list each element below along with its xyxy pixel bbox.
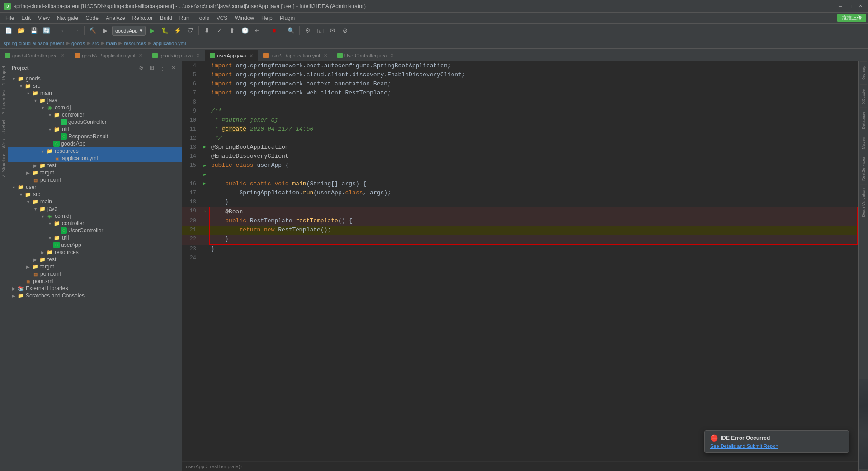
tab-userapp[interactable]: userApp.java ✕ — [205, 50, 258, 61]
left-tool-structure[interactable]: Z: Structure — [0, 151, 7, 180]
right-tool-maven[interactable]: Maven — [860, 133, 867, 153]
tree-goods-pom[interactable]: ▦ pom.xml — [8, 176, 182, 184]
line-gutter-16[interactable]: ▶ — [200, 179, 209, 188]
tab-close-goodscontroller[interactable]: ✕ — [61, 53, 65, 58]
menu-navigate[interactable]: Navigate — [53, 13, 82, 23]
run-button[interactable]: ▶ — [146, 25, 158, 37]
tree-user-main[interactable]: ▾ 📁 main — [8, 198, 182, 205]
right-tool-bean-validation[interactable]: Bean Validation — [860, 184, 867, 220]
line-gutter-13[interactable]: ▶ — [200, 143, 209, 152]
bc-goods[interactable]: goods — [71, 41, 85, 46]
project-panel-gear-button[interactable]: ⚙ — [137, 63, 146, 72]
tree-usercontroller-file[interactable]: C UserController — [8, 227, 182, 234]
debug-button[interactable]: 🐛 — [159, 25, 171, 37]
tab-close-goodsapp[interactable]: ✕ — [196, 53, 200, 58]
bc-src[interactable]: src — [92, 41, 99, 46]
tree-goods-src[interactable]: ▾ 📁 src — [8, 82, 182, 89]
tree-goods-main[interactable]: ▾ 📁 main — [8, 89, 182, 97]
tree-user-controller-folder[interactable]: ▾ 📁 controller — [8, 220, 182, 227]
tab-goods-yml[interactable]: goods\...\application.yml ✕ — [70, 49, 147, 61]
tree-goods-resources-folder[interactable]: ▾ 📁 resources — [8, 147, 182, 155]
tab-close-user-yml[interactable]: ✕ — [324, 53, 327, 58]
tree-user-pom[interactable]: ▦ pom.xml — [8, 270, 182, 278]
bc-resources[interactable]: resources — [124, 41, 146, 46]
tree-user-java[interactable]: ▾ 📁 java — [8, 205, 182, 212]
tree-goods-comdj[interactable]: ▾ ◉ com.dj — [8, 104, 182, 111]
tab-goodsapp[interactable]: goodsApp.java ✕ — [147, 49, 205, 61]
project-panel-layout-button[interactable]: ⊞ — [147, 63, 156, 72]
minimize-button[interactable]: ─ — [836, 2, 844, 10]
menu-tools[interactable]: Tools — [193, 13, 213, 23]
remote-upload-button[interactable]: 拉推上传 — [837, 14, 866, 22]
menu-code[interactable]: Code — [82, 13, 102, 23]
project-panel-settings-button[interactable]: ⋮ — [158, 63, 167, 72]
menu-window[interactable]: Window — [231, 13, 258, 23]
vcs-revert-button[interactable]: ↩ — [252, 25, 264, 37]
tree-goods-java[interactable]: ▾ 📁 java — [8, 97, 182, 104]
settings-button[interactable]: ⚙ — [302, 25, 314, 37]
minimap[interactable] — [859, 379, 868, 469]
tab-usercontroller[interactable]: UserController.java ✕ — [332, 49, 399, 61]
menu-refactor[interactable]: Refactor — [129, 13, 156, 23]
right-tool-restservices[interactable]: RestServices — [860, 153, 867, 184]
menu-file[interactable]: File — [2, 13, 18, 23]
tree-goodscontroller-file[interactable]: C goodsController — [8, 118, 182, 126]
tree-user-test[interactable]: ▶ 📁 test — [8, 256, 182, 263]
tree-userapp-file[interactable]: C userApp — [8, 241, 182, 249]
tree-goods-yml-file[interactable]: ▣ application.yml — [8, 155, 182, 162]
search-everywhere-button[interactable]: 🔍 — [285, 25, 297, 37]
right-tool-xccoder[interactable]: XCcoder — [860, 84, 867, 108]
tree-goods-controller-folder[interactable]: ▾ 📁 controller — [8, 111, 182, 118]
code-editor[interactable]: 4 import org.springframework.boot.autoco… — [182, 61, 858, 461]
tree-user-target[interactable]: ▶ 📁 target — [8, 263, 182, 270]
vcs-update-button[interactable]: ⬇ — [201, 25, 213, 37]
left-tool-project[interactable]: 1: Project — [0, 63, 7, 88]
maximize-button[interactable]: □ — [846, 2, 854, 10]
menu-plugin[interactable]: Plugin — [276, 13, 298, 23]
right-tool-database[interactable]: Database — [860, 108, 867, 133]
block-button[interactable]: ⊘ — [339, 25, 351, 37]
bc-file[interactable]: application.yml — [153, 41, 186, 46]
tab-goodscontroller[interactable]: goodsController.java ✕ — [0, 49, 70, 61]
tree-user-src[interactable]: ▾ 📁 src — [8, 191, 182, 198]
vcs-history-button[interactable]: 🕐 — [239, 25, 251, 37]
tree-responseresult-file[interactable]: C ResponseResult — [8, 133, 182, 140]
run-config-button[interactable]: ▶ — [99, 25, 111, 37]
menu-vcs[interactable]: VCS — [213, 13, 231, 23]
menu-run[interactable]: Run — [176, 13, 193, 23]
stop-button[interactable]: ■ — [269, 25, 280, 37]
menu-view[interactable]: View — [34, 13, 53, 23]
tree-goods-test[interactable]: ▶ 📁 test — [8, 162, 182, 169]
tree-user[interactable]: ▾ 📁 user — [8, 184, 182, 191]
open-button[interactable]: 📂 — [15, 25, 27, 37]
menu-analyze[interactable]: Analyze — [102, 13, 129, 23]
tab-close-usercontroller[interactable]: ✕ — [390, 53, 394, 58]
tree-scratches[interactable]: ▶ 📁 Scratches and Consoles — [8, 292, 182, 299]
tree-user-util-folder[interactable]: ▾ 📁 util — [8, 234, 182, 241]
left-tool-favorites[interactable]: 2: Favorites — [0, 88, 7, 117]
mail-button[interactable]: ✉ — [326, 25, 338, 37]
tree-goods[interactable]: ▾ 📁 goods — [8, 75, 182, 82]
vcs-push-button[interactable]: ⬆ — [226, 25, 238, 37]
close-button[interactable]: ✕ — [856, 2, 864, 10]
tree-root-pom[interactable]: ▦ pom.xml — [8, 278, 182, 285]
tab-close-goods-yml[interactable]: ✕ — [139, 53, 142, 58]
tree-goods-target[interactable]: ▶ 📁 target — [8, 169, 182, 176]
line-gutter-19[interactable]: ⬦ — [200, 207, 209, 217]
profile-button[interactable]: ⚡ — [172, 25, 184, 37]
left-tool-web[interactable]: Web — [0, 137, 7, 151]
vcs-commit-button[interactable]: ✓ — [214, 25, 226, 37]
right-tool-keymap[interactable]: Keymap — [860, 61, 867, 84]
tree-external-libraries[interactable]: ▶ 📚 External Libraries — [8, 285, 182, 292]
save-button[interactable]: 💾 — [28, 25, 40, 37]
forward-button[interactable]: → — [70, 25, 82, 37]
menu-build[interactable]: Build — [156, 13, 176, 23]
line-gutter-15[interactable]: ▶ ▶ — [200, 161, 209, 179]
tree-goods-util-folder[interactable]: ▾ 📁 util — [8, 126, 182, 133]
sync-button[interactable]: 🔄 — [41, 25, 52, 37]
tab-user-yml[interactable]: user\...\application.yml ✕ — [258, 49, 332, 61]
coverage-button[interactable]: 🛡 — [184, 25, 196, 37]
bc-main[interactable]: main — [106, 41, 117, 46]
bc-root[interactable]: spring-cloud-alibaba-parent — [4, 41, 64, 46]
back-button[interactable]: ← — [57, 25, 69, 37]
